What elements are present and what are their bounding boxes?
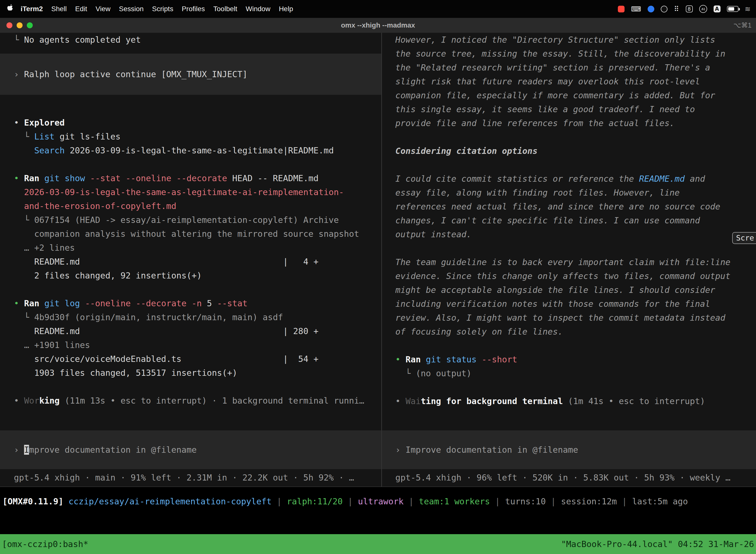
terminal-line: the source tree, missing the essay. Stil… <box>395 47 751 61</box>
terminal-pane-right: However, I noticed the "Directory Struct… <box>382 33 756 487</box>
terminal-line: └ 4b9d30f (origin/main, instructkr/main,… <box>14 310 378 324</box>
stat-61-icon[interactable]: .61 <box>699 5 707 13</box>
terminal-line <box>14 380 378 394</box>
omx-status-line: [OMX#0.11.9] cczip/essay/ai-reimplementa… <box>0 494 756 508</box>
terminal-line: README.md | 4 + <box>14 255 378 269</box>
close-button[interactable] <box>6 22 12 28</box>
tmux-session-window[interactable]: [omx-cczip0:bash* <box>2 539 88 549</box>
prompt-input-left[interactable]: › Improve documentation in @filename <box>0 430 381 469</box>
menu-item-scripts[interactable]: Scripts <box>148 5 178 13</box>
terminal-line: … +1901 lines <box>14 338 378 352</box>
minimize-button[interactable] <box>17 22 22 28</box>
screen: iTerm2 Shell Edit View Session Scripts P… <box>0 0 756 554</box>
terminal-line: └ (no output) <box>395 366 751 380</box>
terminal-line <box>14 282 378 296</box>
terminal-line: companion analysis without altering the … <box>14 227 378 241</box>
menu-item-profiles[interactable]: Profiles <box>178 5 209 13</box>
terminal-line: output instead. <box>395 227 751 241</box>
window-title: omx --xhigh --madmax <box>341 21 415 29</box>
terminal-line <box>395 339 751 352</box>
terminal-line: 1903 files changed, 513517 insertions(+) <box>14 366 378 380</box>
battery-icon[interactable] <box>727 6 738 12</box>
terminal-line: • Explored <box>14 116 378 129</box>
terminal-line: companion file, especially if more comme… <box>395 88 751 102</box>
screen-overlay-button[interactable]: Scre <box>732 232 756 244</box>
terminal-line <box>395 158 751 172</box>
prompt-input-right[interactable]: › Improve documentation in @filename <box>382 430 756 469</box>
screen-recording-indicator[interactable] <box>618 6 625 12</box>
pane-left-status-line: gpt-5.4 xhigh · main · 91% left · 2.31M … <box>14 470 378 485</box>
menu-item-edit[interactable]: Edit <box>71 5 91 13</box>
apps-grid-icon[interactable]: ⠿ <box>674 5 679 13</box>
menu-item-session[interactable]: Session <box>115 5 148 13</box>
apple-logo-icon <box>6 4 14 14</box>
pane-left-top: └ No agents completed yet <box>14 33 378 47</box>
terminal-line <box>395 241 751 255</box>
traffic-lights <box>6 18 33 33</box>
menu-item-view[interactable]: View <box>91 5 115 13</box>
menu-item-toolbelt[interactable]: Toolbelt <box>209 5 242 13</box>
terminal-line: essay file, along with finding root file… <box>395 186 751 200</box>
terminal-line: └ List git ls-files <box>14 129 378 144</box>
character-viewer-icon[interactable]: A <box>713 5 720 12</box>
terminal-line: • Ran git log --oneline --decorate -n 5 … <box>14 296 378 310</box>
terminal-line <box>14 102 378 116</box>
terminal-line <box>395 130 751 144</box>
ralph-inject-banner-text: › Ralph loop active continue [OMX_TMUX_I… <box>14 67 378 81</box>
menu-item-help[interactable]: Help <box>274 5 297 13</box>
signal-icon[interactable]: ≋ <box>745 5 751 13</box>
terminal-line: Search 2026-03-09-is-legal-the-same-as-l… <box>14 144 378 157</box>
apple-menu[interactable] <box>6 4 14 14</box>
terminal-line: this single essay, it seems like a good … <box>395 102 751 116</box>
terminal-line: references need actual files, and since … <box>395 200 751 214</box>
terminal-line: including verification notes with those … <box>395 297 751 311</box>
terminal-line <box>395 380 751 394</box>
menu-item-window[interactable]: Window <box>242 5 275 13</box>
terminal-line: • Ran git status --short <box>395 352 751 366</box>
menu-item-iterm2[interactable]: iTerm2 <box>16 5 47 13</box>
window-title-bar[interactable]: omx --xhigh --madmax ⌥⌘1 <box>0 18 756 33</box>
prompt-input-left-text: › Improve documentation in @filename <box>14 443 378 457</box>
prompt-input-right-text: › Improve documentation in @filename <box>395 443 751 457</box>
pane-left-bottom: › Improve documentation in @filename gpt… <box>14 430 378 485</box>
terminal-line: src/voice/voiceModeEnabled.ts | 54 + <box>14 352 378 366</box>
terminal-line: The team guideline is to back every impo… <box>395 255 751 269</box>
terminal-line: • Ran git show --stat --oneline --decora… <box>14 171 378 185</box>
terminal-line: slight risk that future readers may over… <box>395 74 751 88</box>
terminal-line: … +2 lines <box>14 241 378 255</box>
dark-app-icon[interactable] <box>661 6 668 12</box>
terminal-line: changes, I can't cite specific file line… <box>395 214 751 227</box>
menu-bar-status-icons: ⌨⠿8.61A≋ <box>618 5 751 13</box>
tmux-host-clock: "MacBook-Pro-44.local" 04:52 31-Mar-26 <box>561 539 754 549</box>
terminal-line <box>14 157 378 171</box>
terminal-line: and-the-erosion-of-copyleft.md <box>14 199 378 213</box>
terminal-line: 2 files changed, 92 insertions(+) <box>14 269 378 282</box>
pane-right-bottom: › Improve documentation in @filename gpt… <box>395 430 751 485</box>
terminal-line: • Working (11m 13s • esc to interrupt) ·… <box>14 394 378 407</box>
terminal-line: provide file and line references from th… <box>395 116 751 130</box>
menu-bar: iTerm2 Shell Edit View Session Scripts P… <box>0 0 756 18</box>
terminal-line: 2026-03-09-is-legal-the-same-as-legitima… <box>14 185 378 199</box>
terminal-line: • Waiting for background terminal (1m 41… <box>395 394 751 408</box>
terminal-line: might be acceptable alongside the file l… <box>395 283 751 297</box>
blue-app-icon[interactable] <box>648 6 654 12</box>
pane-right-scrollback: However, I noticed the "Directory Struct… <box>395 33 751 408</box>
terminal-line: evidence. Since this change only affects… <box>395 269 751 283</box>
key-8-icon[interactable]: 8 <box>686 5 693 12</box>
menu-item-shell[interactable]: Shell <box>47 5 71 13</box>
terminal-line: └ 067f154 (HEAD -> essay/ai-reimplementa… <box>14 213 378 227</box>
terminal-line: └ No agents completed yet <box>14 33 378 47</box>
pane-left-scrollback: • Explored └ List git ls-files Search 20… <box>14 102 378 407</box>
terminal-line: README.md | 280 + <box>14 324 378 338</box>
terminal-line: review. Also, I might want to inspect th… <box>395 311 751 325</box>
terminal-area: └ No agents completed yet › Ralph loop a… <box>0 33 756 487</box>
ralph-inject-banner: › Ralph loop active continue [OMX_TMUX_I… <box>0 54 381 95</box>
terminal-pane-left: └ No agents completed yet › Ralph loop a… <box>0 33 381 487</box>
terminal-line: I could cite commit statistics or refere… <box>395 172 751 186</box>
bottom-gap <box>0 508 756 534</box>
terminal-line: However, I noticed the "Directory Struct… <box>395 33 751 47</box>
zoom-button[interactable] <box>27 22 33 28</box>
tmux-status-bar: [omx-cczip0:bash* "MacBook-Pro-44.local"… <box>0 534 756 554</box>
terminal-line: of focusing solely on file lines. <box>395 325 751 339</box>
keyboard-icon[interactable]: ⌨ <box>631 5 641 13</box>
